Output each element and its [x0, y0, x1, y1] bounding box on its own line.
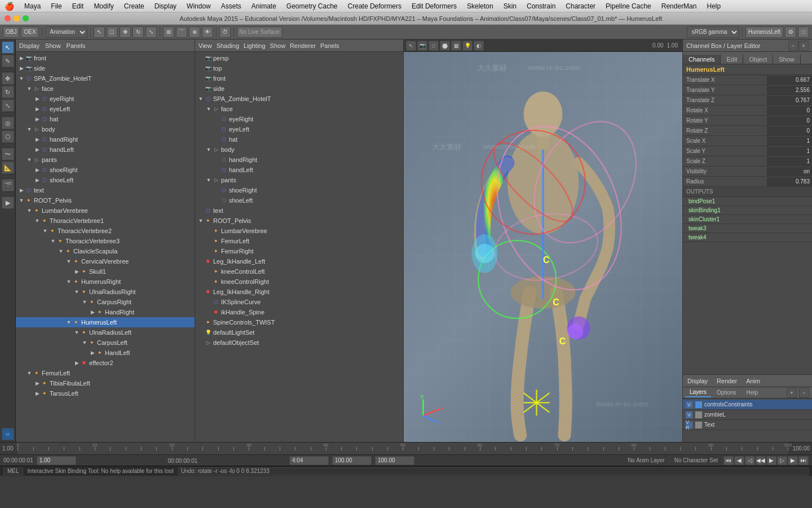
outliner-item-body[interactable]: ▼ ▷ body — [16, 124, 195, 134]
menu-maya[interactable]: Maya — [20, 2, 45, 11]
ch-value-sx[interactable] — [767, 137, 812, 146]
vp-smooth[interactable]: ⬤ — [440, 41, 450, 51]
expand-arrow[interactable]: ▼ — [205, 177, 212, 183]
middle-outliner-item-ikHandle_Spine2[interactable]: ✖ ikHandle_Spine — [195, 307, 403, 317]
expand-arrow[interactable]: ▼ — [65, 258, 72, 265]
expand-arrow[interactable]: ▼ — [81, 339, 88, 346]
middle-outliner-item-eyeRight2[interactable]: ⬡ eyeRight — [195, 114, 403, 124]
middle-outliner-item-handLeft2[interactable]: ⬡ handLeft — [195, 165, 403, 175]
middle-outliner-item-side[interactable]: 📷 side — [195, 84, 403, 94]
menu-skin[interactable]: Skin — [499, 2, 521, 11]
expand-arrow[interactable]: ▶ — [34, 95, 41, 102]
middle-outliner-item-LumbarVerebree2[interactable]: ✦ LumbarVerebree — [195, 226, 403, 236]
layers-tab[interactable]: Layers — [685, 388, 711, 397]
prev-key-btn[interactable]: ◁ — [745, 456, 755, 465]
view-tab[interactable]: View — [198, 42, 212, 49]
middle-outliner-item-SpineControls_TWIST2[interactable]: ✦ SpineControls_TWIST — [195, 317, 403, 327]
expand-arrow[interactable]: ▼ — [50, 238, 56, 244]
outliner-item-HumerusLeft[interactable]: ▼ ✦ HumerusLeft — [16, 317, 195, 327]
outliner-item-CarpusLeft[interactable]: ▼ ✦ CarpusLeft — [16, 338, 195, 348]
play-back-btn[interactable]: ◀◀ — [756, 456, 766, 465]
expand-arrow[interactable]: ▶ — [18, 187, 25, 194]
lasso-tool[interactable]: ⬡ — [107, 27, 118, 38]
menu-constrain[interactable]: Constrain — [522, 2, 560, 11]
outliner-item-ClavicleScapula[interactable]: ▼ ✦ ClavicleScapula — [16, 246, 195, 256]
vp-select[interactable]: ↖ — [406, 41, 416, 51]
snap-curve[interactable]: ⌒ — [176, 27, 187, 38]
apple-menu[interactable]: 🍎 — [5, 2, 14, 11]
curves-btn[interactable]: 〜 — [2, 148, 14, 160]
outliner-item-front[interactable]: ▶ 📷 front — [16, 53, 195, 63]
snap-view[interactable]: 👁 — [202, 27, 213, 38]
menu-renderman[interactable]: RenderMan — [657, 2, 701, 11]
expand-arrow[interactable]: ▶ — [34, 167, 41, 173]
outliner-item-Skull1[interactable]: ▶ ✦ Skull1 — [16, 266, 195, 277]
outliner-item-shoeLeft[interactable]: ▶ ⬡ shoeLeft — [16, 175, 195, 185]
middle-outliner-item-Leg_IkHandle_Right2[interactable]: ✖ Leg_IkHandle_Right — [195, 287, 403, 297]
ch-value-sy[interactable] — [767, 147, 812, 156]
tab-object[interactable]: Object — [743, 55, 773, 64]
layer-vis-zombie[interactable]: V — [685, 411, 693, 419]
expand-arrow[interactable]: ▼ — [205, 106, 212, 112]
expand-arrow[interactable]: ▼ — [26, 207, 33, 214]
output-tweak4[interactable]: tweak4 — [683, 233, 812, 242]
show-tab[interactable]: Show — [270, 42, 286, 49]
outliner-item-hat[interactable]: ▶ ⬡ hat — [16, 114, 195, 124]
middle-outliner-item-handRight2[interactable]: ⬡ handRight — [195, 155, 403, 165]
sculpt-btn[interactable]: ⬡ — [2, 130, 14, 143]
outliner-item-SPA_Zombie_HotelT[interactable]: ▼ ⬡ SPA_Zombie_HotelT — [16, 73, 195, 84]
select-tool[interactable]: ↖ — [94, 27, 105, 38]
tab-channels[interactable]: Channels — [683, 55, 721, 64]
menu-assets[interactable]: Assets — [217, 2, 246, 11]
expand-arrow[interactable]: ▶ — [34, 146, 41, 153]
select-mode-btn[interactable]: ↖ — [2, 41, 14, 54]
menu-animate[interactable]: Animate — [247, 2, 281, 11]
expand-arrow[interactable]: ▼ — [26, 85, 33, 92]
outliner-item-HumerusRight[interactable]: ▼ ✦ HumerusRight — [16, 277, 195, 287]
expand-arrow[interactable]: ▼ — [42, 227, 48, 234]
middle-outliner-item-shoeLeft2[interactable]: ⬡ shoeLeft — [195, 195, 403, 205]
close-button[interactable] — [5, 15, 11, 21]
outliner-item-eyeRight[interactable]: ▶ ⬡ eyeRight — [16, 94, 195, 104]
tab-show[interactable]: Show — [773, 55, 801, 64]
expand-arrow[interactable]: ▼ — [34, 217, 41, 224]
outliner-item-handRight[interactable]: ▶ ⬡ handRight — [16, 134, 195, 144]
middle-outliner-item-Leg_IkHandle_Left2[interactable]: ✖ Leg_IkHandle_Left — [195, 256, 403, 266]
expand-arrow[interactable]: ▼ — [197, 95, 204, 102]
help-tab[interactable]: Help — [742, 388, 762, 397]
display-tab[interactable]: Display — [683, 378, 712, 384]
middle-outliner-item-FemurLeft2[interactable]: ✦ FemurLeft — [195, 236, 403, 246]
anim-tab[interactable]: Anim — [742, 378, 765, 384]
expand-arrow[interactable]: ▼ — [197, 217, 204, 224]
outliner-item-ThoracicVertebree3[interactable]: ▼ ✦ ThoracicVertebree3 — [16, 236, 195, 246]
output-bindpose1[interactable]: bindPose1 — [683, 197, 812, 206]
vp-camera[interactable]: 📷 — [417, 41, 427, 51]
menu-window[interactable]: Window — [182, 2, 215, 11]
output-tweak3[interactable]: tweak3 — [683, 224, 812, 233]
expand-arrow[interactable]: ▶ — [34, 106, 41, 112]
snap-grid[interactable]: ⊞ — [163, 27, 174, 38]
expand-arrow[interactable]: ▼ — [205, 146, 212, 153]
expand-arrow[interactable]: ▼ — [26, 370, 33, 376]
ch-value-ty[interactable] — [767, 86, 812, 95]
range-end-field[interactable] — [289, 456, 329, 465]
gamma-dropdown[interactable]: sRGB gamma — [687, 27, 739, 38]
viewport-canvas[interactable]: 大大素材 www.rr-sc.com 大大素材 www.rr-sc.com ww… — [404, 52, 682, 442]
ch-value-rz[interactable] — [767, 126, 812, 135]
middle-outliner-item-SPA_Zombie_HotelT2[interactable]: ▼ ⬡ SPA_Zombie_HotelT — [195, 94, 403, 104]
outliner-item-TibiaFibulaLeft[interactable]: ▶ ✦ TibiaFibulaLeft — [16, 378, 195, 388]
menu-file[interactable]: File — [46, 2, 66, 11]
lighting-tab[interactable]: Lighting — [244, 42, 266, 49]
expand-arrow[interactable]: ▼ — [26, 156, 33, 163]
ch-value-rad[interactable] — [767, 177, 812, 186]
menu-skeleton[interactable]: Skeleton — [462, 2, 498, 11]
middle-outliner-tree[interactable]: 📷 persp 📷 top 📷 front 📷 side ▼ ⬡ SPA_Zom… — [195, 52, 403, 442]
outliner-item-shoeRight[interactable]: ▶ ⬡ shoeRight — [16, 165, 195, 175]
middle-outliner-item-IKSplineCurve2[interactable]: ⬡ IKSplineCurve — [195, 297, 403, 307]
cb-minimize[interactable]: − — [788, 41, 798, 51]
expand-arrow[interactable]: ▶ — [34, 390, 41, 397]
middle-outliner-item-eyeLeft2[interactable]: ⬡ eyeLeft — [195, 124, 403, 134]
soft-mod-btn[interactable]: ◎ — [2, 117, 14, 129]
oex-btn[interactable]: OEX — [21, 27, 38, 38]
obj-btn[interactable]: OBJ — [3, 27, 19, 38]
